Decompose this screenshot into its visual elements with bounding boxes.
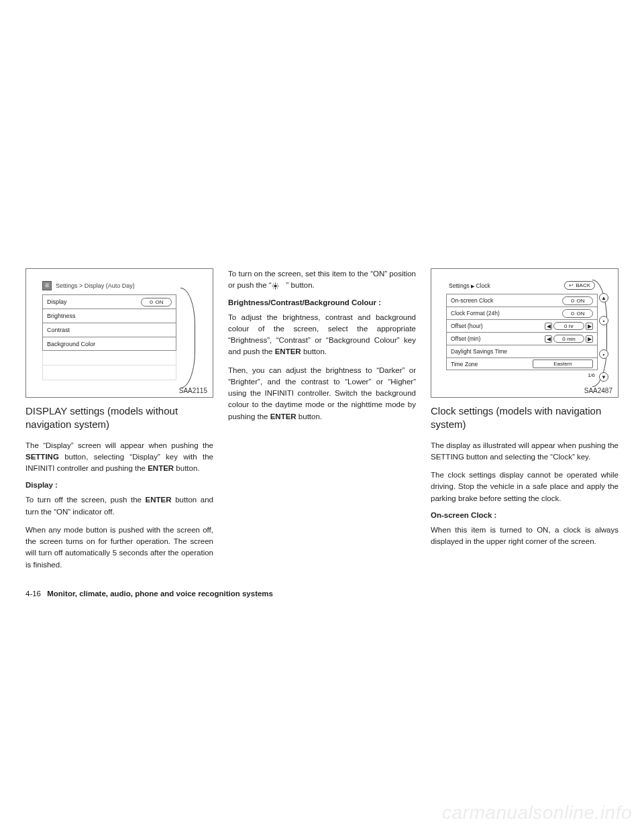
stepper: ◀ 0 hr ▶	[545, 322, 593, 330]
paragraph: To turn on the screen, set this item to …	[228, 268, 416, 292]
back-arrow-icon: ↩	[569, 282, 574, 288]
chapter-title: Monitor, climate, audio, phone and voice…	[47, 590, 273, 598]
paragraph: Then, you can adjust the brightness to “…	[228, 365, 416, 423]
figure-caption: SAA2487	[584, 387, 612, 394]
empty-row	[42, 351, 176, 366]
stepper-value: 0 hr	[553, 322, 584, 330]
column-2: To turn on the screen, set this item to …	[228, 268, 416, 577]
scroll-up-icon: ▲	[599, 293, 608, 302]
bold: ENTER	[270, 412, 297, 421]
paragraph: To adjust the brightness, contrast and b…	[228, 312, 416, 358]
page-footer: 4-16 Monitor, climate, audio, phone and …	[25, 590, 619, 598]
breadcrumb: Settings ▶ Clock	[449, 282, 490, 289]
timezone-value: Eastern	[533, 359, 593, 368]
watermark: carmanualsonline.info	[442, 802, 632, 824]
row-label: Display	[47, 298, 67, 305]
back-label: BACK	[576, 282, 590, 288]
pill-text: ON	[577, 311, 585, 317]
step-left-icon: ◀	[545, 335, 552, 343]
row-brightness: Brightness	[42, 309, 176, 323]
text: ” button.	[286, 281, 315, 289]
screen-mock-display: ☰ Settings > Display (Auto Day) Display …	[32, 274, 207, 392]
empty-row	[42, 366, 176, 380]
section-heading: DISPLAY settings (models without navigat…	[25, 404, 213, 432]
figure-caption: SAA2115	[179, 387, 207, 394]
bold: ENTER	[275, 347, 301, 355]
row-label: Offset (hour)	[451, 323, 483, 329]
column-1: ☰ Settings > Display (Auto Day) Display …	[25, 268, 213, 577]
indicator-dot	[571, 312, 574, 315]
svg-point-0	[274, 284, 276, 287]
svg-line-7	[273, 288, 274, 288]
paragraph: The “Display” screen will appear when pu…	[25, 440, 213, 475]
indicator-dot	[571, 299, 574, 302]
row-label: Contrast	[47, 327, 70, 333]
on-pill: ON	[141, 298, 172, 307]
subsection-label: Brightness/Contrast/Background Colour :	[228, 298, 416, 307]
chevron-right-icon: ▶	[471, 284, 474, 288]
step-left-icon: ◀	[545, 323, 552, 330]
row-label: Offset (min)	[451, 335, 480, 342]
text: button.	[297, 412, 322, 421]
menu-icon: ☰	[42, 281, 52, 290]
text: To turn off the screen, push the	[25, 496, 146, 504]
paragraph: The clock settings display cannot be ope…	[431, 469, 619, 504]
page-indicator: 1/6	[446, 372, 598, 378]
page-number: 4-16	[25, 590, 41, 598]
row-label: Daylight Savings Time	[451, 348, 507, 355]
screen-header: Settings ▶ Clock ↩BACK	[449, 281, 595, 290]
manual-page: ☰ Settings > Display (Auto Day) Display …	[25, 268, 619, 598]
settings-list: Display ON Brightness Contrast Backgroun…	[42, 294, 176, 351]
row-contrast: Contrast	[42, 323, 176, 337]
dial-arc	[180, 288, 195, 388]
row-offset-hour: Offset (hour) ◀ 0 hr ▶	[446, 319, 598, 332]
text: button.	[174, 464, 199, 472]
crumb-a: Settings	[449, 282, 470, 289]
bold: ENTER	[148, 464, 174, 472]
indicator-dot	[150, 300, 153, 304]
back-button: ↩BACK	[564, 281, 595, 290]
paragraph: When any mode button is pushed with the …	[25, 524, 213, 571]
clock-list: On-screen Clock ON Clock Format (24h) ON…	[446, 294, 598, 370]
stepper-value: 0 min	[553, 335, 584, 343]
pill-text: ON	[156, 299, 164, 305]
bold: ENTER	[146, 496, 172, 504]
breadcrumb-text: Settings > Display (Auto Day)	[56, 282, 135, 289]
row-timezone: Time Zone Eastern	[446, 357, 598, 370]
text: The “Display” screen will appear when pu…	[25, 441, 213, 449]
paragraph: When this item is turned to ON, a clock …	[431, 524, 619, 548]
row-label: On-screen Clock	[451, 297, 493, 304]
row-display: Display ON	[42, 294, 176, 309]
row-label: Time Zone	[451, 361, 478, 368]
row-offset-min: Offset (min) ◀ 0 min ▶	[446, 332, 598, 345]
text: button.	[301, 347, 327, 355]
scroll-indicator-icon: •	[599, 349, 608, 359]
paragraph: The display as illustrated will appear w…	[431, 440, 619, 463]
paragraph: To turn off the screen, push the ENTER b…	[25, 494, 213, 518]
row-onscreen-clock: On-screen Clock ON	[446, 294, 598, 307]
row-label: Clock Format (24h)	[451, 310, 500, 317]
on-pill: ON	[562, 296, 593, 305]
row-label: Brightness	[47, 313, 76, 319]
subsection-label: On-screen Clock :	[431, 511, 619, 519]
svg-line-8	[276, 284, 277, 284]
figure-clock-settings: Settings ▶ Clock ↩BACK On-screen Clock O…	[431, 268, 619, 398]
breadcrumb: ☰ Settings > Display (Auto Day)	[42, 281, 197, 290]
on-pill: ON	[562, 309, 593, 318]
scroll-down-icon: ▼	[599, 372, 608, 382]
text: To turn on the screen, set this item to …	[228, 270, 416, 289]
scroll-indicator-icon: •	[599, 316, 608, 325]
crumb-b: Clock	[476, 282, 490, 289]
three-column-layout: ☰ Settings > Display (Auto Day) Display …	[25, 268, 619, 577]
svg-line-5	[273, 284, 274, 284]
brightness-icon	[272, 282, 286, 290]
stepper: ◀ 0 min ▶	[545, 335, 593, 343]
pill-text: ON	[577, 298, 585, 304]
svg-line-6	[276, 288, 277, 288]
screen-mock-clock: Settings ▶ Clock ↩BACK On-screen Clock O…	[437, 274, 612, 392]
row-bgcolor: Background Color	[42, 337, 176, 351]
column-3: Settings ▶ Clock ↩BACK On-screen Clock O…	[431, 268, 619, 577]
row-dst: Daylight Savings Time	[446, 345, 598, 357]
section-heading: Clock settings (models with navigation s…	[431, 404, 619, 432]
figure-display-settings: ☰ Settings > Display (Auto Day) Display …	[25, 268, 213, 398]
